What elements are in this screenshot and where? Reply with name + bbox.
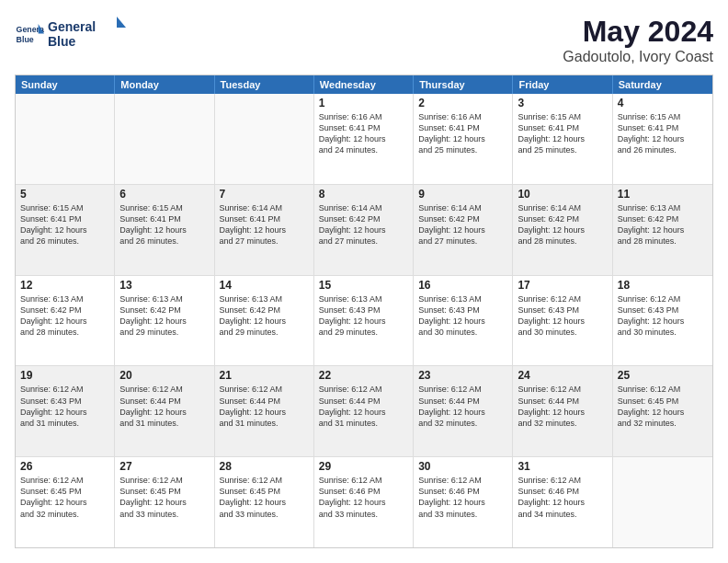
- cell-text: Sunrise: 6:12 AM Sunset: 6:46 PM Dayligh…: [518, 475, 607, 520]
- cell-text: Sunrise: 6:12 AM Sunset: 6:46 PM Dayligh…: [319, 475, 408, 520]
- logo-svg: General Blue: [48, 15, 131, 52]
- cell-text: Sunrise: 6:12 AM Sunset: 6:43 PM Dayligh…: [618, 293, 708, 339]
- svg-text:Blue: Blue: [17, 35, 34, 44]
- calendar-cell: 1Sunrise: 6:16 AM Sunset: 6:41 PM Daylig…: [314, 94, 414, 184]
- calendar: SundayMondayTuesdayWednesdayThursdayFrid…: [15, 75, 713, 548]
- cell-text: Sunrise: 6:12 AM Sunset: 6:43 PM Dayligh…: [20, 384, 109, 429]
- day-number: 14: [220, 279, 309, 292]
- day-number: 29: [319, 460, 408, 473]
- day-number: 18: [618, 279, 708, 292]
- cell-text: Sunrise: 6:14 AM Sunset: 6:42 PM Dayligh…: [418, 202, 507, 247]
- cell-text: Sunrise: 6:12 AM Sunset: 6:45 PM Dayligh…: [220, 475, 309, 520]
- day-number: 16: [418, 279, 507, 292]
- calendar-week-4: 26Sunrise: 6:12 AM Sunset: 6:45 PM Dayli…: [16, 456, 712, 547]
- day-number: 2: [418, 97, 507, 109]
- calendar-cell: [16, 94, 115, 184]
- cell-text: Sunrise: 6:13 AM Sunset: 6:43 PM Dayligh…: [319, 293, 408, 339]
- cell-text: Sunrise: 6:13 AM Sunset: 6:42 PM Dayligh…: [618, 202, 708, 247]
- calendar-cell: [115, 94, 214, 184]
- calendar-cell: 19Sunrise: 6:12 AM Sunset: 6:43 PM Dayli…: [16, 366, 115, 456]
- calendar-cell: 11Sunrise: 6:13 AM Sunset: 6:42 PM Dayli…: [613, 185, 712, 275]
- cell-text: Sunrise: 6:12 AM Sunset: 6:44 PM Dayligh…: [119, 384, 209, 429]
- calendar-cell: 6Sunrise: 6:15 AM Sunset: 6:41 PM Daylig…: [115, 185, 214, 275]
- cell-text: Sunrise: 6:14 AM Sunset: 6:41 PM Dayligh…: [220, 202, 309, 247]
- calendar-week-3: 19Sunrise: 6:12 AM Sunset: 6:43 PM Dayli…: [16, 365, 712, 456]
- cell-text: Sunrise: 6:12 AM Sunset: 6:44 PM Dayligh…: [518, 384, 607, 429]
- day-number: 4: [618, 97, 708, 109]
- day-header-wednesday: Wednesday: [314, 75, 414, 94]
- calendar-cell: 5Sunrise: 6:15 AM Sunset: 6:41 PM Daylig…: [16, 185, 115, 275]
- cell-text: Sunrise: 6:12 AM Sunset: 6:46 PM Dayligh…: [418, 475, 507, 520]
- calendar-cell: 21Sunrise: 6:12 AM Sunset: 6:44 PM Dayli…: [215, 366, 314, 456]
- cell-text: Sunrise: 6:12 AM Sunset: 6:45 PM Dayligh…: [20, 475, 109, 520]
- cell-text: Sunrise: 6:16 AM Sunset: 6:41 PM Dayligh…: [319, 111, 408, 156]
- calendar-cell: 28Sunrise: 6:12 AM Sunset: 6:45 PM Dayli…: [215, 457, 314, 547]
- day-number: 23: [418, 369, 507, 382]
- calendar-cell: 31Sunrise: 6:12 AM Sunset: 6:46 PM Dayli…: [513, 457, 612, 547]
- day-number: 17: [518, 279, 607, 292]
- svg-marker-5: [117, 17, 126, 28]
- cell-text: Sunrise: 6:12 AM Sunset: 6:44 PM Dayligh…: [319, 384, 408, 429]
- day-number: 1: [319, 97, 408, 109]
- day-header-sunday: Sunday: [16, 75, 115, 94]
- cell-text: Sunrise: 6:15 AM Sunset: 6:41 PM Dayligh…: [518, 111, 607, 156]
- calendar-header: SundayMondayTuesdayWednesdayThursdayFrid…: [16, 75, 712, 94]
- calendar-week-1: 5Sunrise: 6:15 AM Sunset: 6:41 PM Daylig…: [16, 184, 712, 275]
- day-header-monday: Monday: [115, 75, 214, 94]
- day-number: 9: [418, 188, 507, 201]
- day-number: 12: [20, 279, 109, 292]
- day-number: 11: [618, 188, 708, 201]
- calendar-week-2: 12Sunrise: 6:13 AM Sunset: 6:42 PM Dayli…: [16, 275, 712, 366]
- calendar-cell: 22Sunrise: 6:12 AM Sunset: 6:44 PM Dayli…: [314, 366, 414, 456]
- calendar-cell: 13Sunrise: 6:13 AM Sunset: 6:42 PM Dayli…: [115, 276, 214, 366]
- header: General Blue General Blue May 2024 Gadou…: [15, 15, 713, 65]
- day-number: 24: [518, 369, 607, 382]
- calendar-cell: 16Sunrise: 6:13 AM Sunset: 6:43 PM Dayli…: [414, 276, 513, 366]
- calendar-cell: 2Sunrise: 6:16 AM Sunset: 6:41 PM Daylig…: [414, 94, 513, 184]
- calendar-cell: 25Sunrise: 6:12 AM Sunset: 6:45 PM Dayli…: [613, 366, 712, 456]
- cell-text: Sunrise: 6:14 AM Sunset: 6:42 PM Dayligh…: [518, 202, 607, 247]
- day-number: 19: [20, 369, 109, 382]
- calendar-cell: 15Sunrise: 6:13 AM Sunset: 6:43 PM Dayli…: [314, 276, 414, 366]
- calendar-cell: 9Sunrise: 6:14 AM Sunset: 6:42 PM Daylig…: [414, 185, 513, 275]
- day-number: 8: [319, 188, 408, 201]
- calendar-cell: [215, 94, 314, 184]
- cell-text: Sunrise: 6:13 AM Sunset: 6:42 PM Dayligh…: [119, 293, 209, 339]
- day-number: 25: [618, 369, 708, 382]
- cell-text: Sunrise: 6:12 AM Sunset: 6:45 PM Dayligh…: [618, 384, 708, 429]
- cell-text: Sunrise: 6:12 AM Sunset: 6:44 PM Dayligh…: [220, 384, 309, 429]
- day-number: 27: [119, 460, 209, 473]
- day-number: 15: [319, 279, 408, 292]
- calendar-cell: 8Sunrise: 6:14 AM Sunset: 6:42 PM Daylig…: [314, 185, 414, 275]
- calendar-cell: 26Sunrise: 6:12 AM Sunset: 6:45 PM Dayli…: [16, 457, 115, 547]
- title-block: May 2024 Gadoutolo, Ivory Coast: [563, 15, 713, 65]
- day-number: 5: [20, 188, 109, 201]
- calendar-cell: 10Sunrise: 6:14 AM Sunset: 6:42 PM Dayli…: [513, 185, 612, 275]
- cell-text: Sunrise: 6:15 AM Sunset: 6:41 PM Dayligh…: [618, 111, 708, 156]
- day-number: 30: [418, 460, 507, 473]
- calendar-cell: 29Sunrise: 6:12 AM Sunset: 6:46 PM Dayli…: [314, 457, 414, 547]
- cell-text: Sunrise: 6:12 AM Sunset: 6:44 PM Dayligh…: [418, 384, 507, 429]
- cell-text: Sunrise: 6:14 AM Sunset: 6:42 PM Dayligh…: [319, 202, 408, 247]
- logo: General Blue General Blue: [15, 15, 131, 55]
- day-number: 26: [20, 460, 109, 473]
- day-number: 6: [119, 188, 209, 201]
- cell-text: Sunrise: 6:13 AM Sunset: 6:43 PM Dayligh…: [418, 293, 507, 339]
- cell-text: Sunrise: 6:16 AM Sunset: 6:41 PM Dayligh…: [418, 111, 507, 156]
- day-header-friday: Friday: [513, 75, 612, 94]
- calendar-cell: [613, 457, 712, 547]
- cell-text: Sunrise: 6:13 AM Sunset: 6:42 PM Dayligh…: [20, 293, 109, 339]
- logo-icon: General Blue: [15, 20, 44, 50]
- calendar-cell: 7Sunrise: 6:14 AM Sunset: 6:41 PM Daylig…: [215, 185, 314, 275]
- calendar-week-0: 1Sunrise: 6:16 AM Sunset: 6:41 PM Daylig…: [16, 94, 712, 184]
- calendar-body: 1Sunrise: 6:16 AM Sunset: 6:41 PM Daylig…: [16, 94, 712, 547]
- calendar-cell: 4Sunrise: 6:15 AM Sunset: 6:41 PM Daylig…: [613, 94, 712, 184]
- calendar-cell: 12Sunrise: 6:13 AM Sunset: 6:42 PM Dayli…: [16, 276, 115, 366]
- calendar-cell: 30Sunrise: 6:12 AM Sunset: 6:46 PM Dayli…: [414, 457, 513, 547]
- day-number: 21: [220, 369, 309, 382]
- day-number: 13: [119, 279, 209, 292]
- calendar-cell: 27Sunrise: 6:12 AM Sunset: 6:45 PM Dayli…: [115, 457, 214, 547]
- day-number: 3: [518, 97, 607, 109]
- day-number: 22: [319, 369, 408, 382]
- calendar-cell: 3Sunrise: 6:15 AM Sunset: 6:41 PM Daylig…: [513, 94, 612, 184]
